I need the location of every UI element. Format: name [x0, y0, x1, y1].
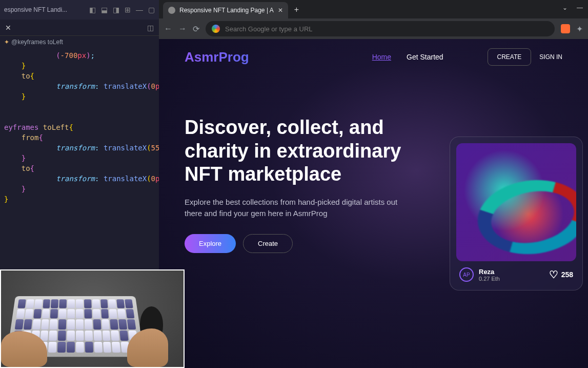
split-editor-icon[interactable]: ◫ — [147, 24, 154, 32]
editor-layout-icons: ◧ ⬓ ◨ ⊞ — ▢ — [89, 6, 155, 14]
favicon-icon — [168, 7, 175, 14]
extension-icon[interactable] — [561, 24, 570, 33]
panel-bottom-icon[interactable]: ⬓ — [101, 6, 108, 14]
breadcrumb-text: @keyframes toLeft — [11, 38, 63, 46]
back-icon[interactable]: ← — [164, 24, 172, 33]
css-rule-icon: ✦ — [4, 38, 9, 46]
heart-icon: ♡ — [549, 268, 558, 281]
panel-right-icon[interactable]: ◨ — [113, 6, 119, 14]
hero-buttons: Explore Create — [185, 234, 415, 253]
minimize-icon[interactable]: — — [136, 6, 143, 14]
editor-window-title: esponsive NFT Landi... — [4, 6, 67, 13]
tab-title: Responsive NFT Landing Page | A — [179, 7, 274, 14]
site-logo[interactable]: AsmrProg — [185, 49, 249, 65]
nft-price: 0.27 Eth — [479, 276, 544, 282]
likes[interactable]: ♡ 258 — [549, 268, 573, 281]
panel-left-icon[interactable]: ◧ — [89, 6, 96, 14]
browser-tabbar: Responsive NFT Landing Page | A ✕ + ⌄ — — [159, 0, 588, 18]
editor-tab[interactable]: ✕ ◫ — [0, 20, 159, 36]
address-bar: ← → ⟳ ✦ — [159, 18, 588, 39]
nft-image — [456, 143, 576, 261]
maximize-icon[interactable]: ▢ — [148, 6, 155, 14]
nft-card[interactable]: AP Reza 0.27 Eth ♡ 258 — [450, 137, 583, 290]
close-tab-icon[interactable]: ✕ — [5, 24, 11, 32]
chevron-down-icon[interactable]: ⌄ — [562, 4, 567, 11]
nav-get-started[interactable]: Get Started — [407, 53, 443, 61]
panel-grid-icon[interactable]: ⊞ — [125, 6, 131, 14]
breadcrumb[interactable]: ✦ @keyframes toLeft — [0, 36, 159, 48]
nav-links: Home Get Started — [372, 53, 443, 61]
minimize-icon[interactable]: — — [577, 4, 583, 11]
nft-creator-name: Reza — [479, 268, 544, 276]
code-area[interactable]: (-700px); } to{ transform: translateX(0p… — [0, 48, 159, 206]
extensions-menu-icon[interactable]: ✦ — [576, 24, 583, 34]
nav-actions: CREATE SIGN IN — [488, 48, 562, 66]
site-navbar: AsmrProg Home Get Started CREATE SIGN IN — [159, 39, 588, 75]
avatar[interactable]: AP — [459, 267, 474, 282]
browser-tab[interactable]: Responsive NFT Landing Page | A ✕ — [163, 2, 288, 18]
forward-icon[interactable]: → — [178, 24, 187, 33]
nft-meta: Reza 0.27 Eth — [479, 268, 544, 282]
create-button[interactable]: CREATE — [488, 48, 532, 66]
reload-icon[interactable]: ⟳ — [193, 24, 199, 34]
hero-title: Discover, collect, and charity in extrao… — [185, 116, 415, 186]
nav-home[interactable]: Home — [372, 53, 391, 61]
webcam-overlay — [0, 269, 185, 368]
create-hero-button[interactable]: Create — [243, 234, 293, 253]
website-viewport: AsmrProg Home Get Started CREATE SIGN IN… — [159, 39, 588, 368]
google-icon — [212, 25, 220, 33]
omnibox[interactable] — [206, 21, 555, 36]
window-controls: ⌄ — — [562, 4, 583, 11]
browser-window: Responsive NFT Landing Page | A ✕ + ⌄ — … — [159, 0, 588, 368]
signin-button[interactable]: SIGN IN — [539, 53, 562, 61]
hero-text: Discover, collect, and charity in extrao… — [185, 116, 415, 253]
hero-subtitle: Explore the best collections from hand-p… — [185, 197, 415, 220]
editor-titlebar: esponsive NFT Landi... ◧ ⬓ ◨ ⊞ — ▢ — [0, 0, 159, 20]
nft-footer: AP Reza 0.27 Eth ♡ 258 — [456, 261, 576, 284]
new-tab-button[interactable]: + — [294, 5, 299, 18]
url-input[interactable] — [225, 25, 549, 33]
close-tab-icon[interactable]: ✕ — [278, 7, 283, 14]
likes-count: 258 — [561, 270, 573, 279]
explore-button[interactable]: Explore — [185, 234, 236, 253]
